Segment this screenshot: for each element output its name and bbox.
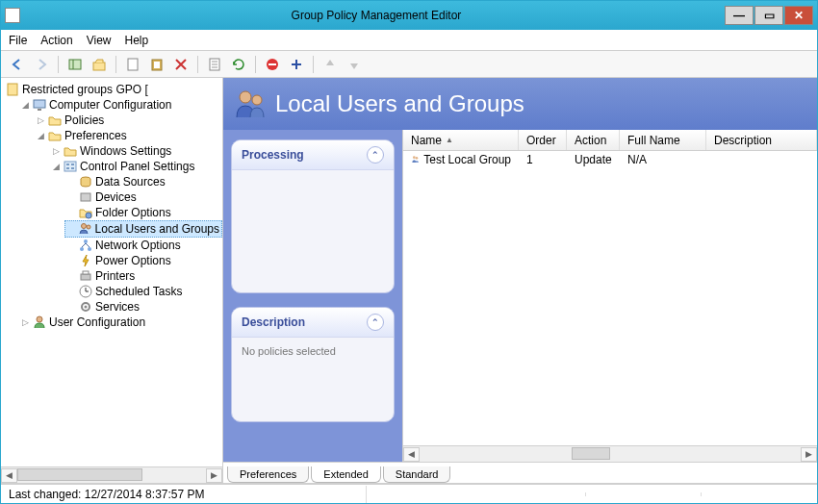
scroll-right-button[interactable]: ▶ bbox=[206, 468, 222, 483]
tree-preferences[interactable]: ◢ Preferences bbox=[34, 128, 222, 143]
device-icon bbox=[78, 189, 93, 205]
tree-label: Data Sources bbox=[95, 174, 166, 189]
add-button[interactable] bbox=[286, 54, 307, 75]
description-body: No policies selected bbox=[232, 338, 394, 365]
list-item[interactable]: Test Local Group 1 Update N/A bbox=[403, 151, 817, 168]
scroll-left-button[interactable]: ◀ bbox=[1, 468, 17, 483]
tree-local-users-groups[interactable]: Local Users and Groups bbox=[64, 220, 222, 238]
details-body: Processing ⌃ Description ⌃ No policies s… bbox=[223, 130, 817, 462]
tree-label: Services bbox=[95, 299, 140, 315]
column-order[interactable]: Order bbox=[519, 130, 567, 150]
svg-rect-19 bbox=[71, 164, 74, 165]
expand-icon[interactable]: ▷ bbox=[36, 115, 45, 125]
network-icon bbox=[78, 238, 93, 253]
datasource-icon bbox=[78, 174, 93, 189]
tree-control-panel[interactable]: ◢ Control Panel Settings bbox=[49, 159, 222, 174]
paste-button[interactable] bbox=[146, 54, 167, 75]
up-button[interactable] bbox=[89, 54, 110, 75]
svg-point-36 bbox=[85, 306, 88, 309]
tree-network-options[interactable]: Network Options bbox=[64, 238, 222, 253]
cut-button[interactable] bbox=[122, 54, 143, 75]
tree-user-config[interactable]: ▷ User Configuration bbox=[18, 315, 222, 330]
tree-root[interactable]: Restricted groups GPO [ bbox=[3, 82, 222, 97]
tree-label: Windows Settings bbox=[80, 143, 171, 159]
stop-button[interactable] bbox=[262, 54, 283, 75]
close-button[interactable]: ✕ bbox=[784, 6, 813, 25]
list-scrollbar[interactable]: ◀ ▶ bbox=[403, 445, 817, 462]
refresh-button[interactable] bbox=[228, 54, 249, 75]
column-name[interactable]: Name▲ bbox=[403, 130, 519, 150]
move-up-button[interactable] bbox=[320, 54, 341, 75]
tree-windows-settings[interactable]: ▷ Windows Settings bbox=[49, 143, 222, 159]
collapse-icon[interactable]: ◢ bbox=[20, 100, 30, 110]
tree-policies[interactable]: ▷ Policies bbox=[34, 113, 222, 128]
column-fullname[interactable]: Full Name bbox=[620, 130, 706, 150]
collapse-icon[interactable]: ⌃ bbox=[367, 314, 384, 331]
folder-icon bbox=[63, 143, 78, 159]
navigation-tree[interactable]: Restricted groups GPO [ ◢ Computer Confi… bbox=[1, 78, 222, 466]
back-button[interactable] bbox=[7, 54, 28, 75]
tab-standard[interactable]: Standard bbox=[383, 466, 451, 483]
minimize-button[interactable]: — bbox=[725, 6, 754, 25]
list-header: Name▲ Order Action Full Name Description bbox=[403, 130, 817, 151]
tree-scrollbar[interactable]: ◀ ▶ bbox=[1, 466, 222, 483]
tree-label: Folder Options bbox=[95, 205, 171, 220]
list-rows[interactable]: Test Local Group 1 Update N/A bbox=[403, 151, 817, 445]
collapse-icon[interactable]: ◢ bbox=[36, 131, 45, 140]
menu-help[interactable]: Help bbox=[125, 34, 149, 47]
tab-preferences[interactable]: Preferences bbox=[227, 466, 309, 483]
tree-folder-options[interactable]: Folder Options bbox=[64, 205, 222, 220]
move-down-button[interactable] bbox=[344, 54, 365, 75]
scroll-track[interactable] bbox=[420, 447, 801, 462]
tree-label: Devices bbox=[95, 189, 137, 205]
tree-printers[interactable]: Printers bbox=[64, 268, 222, 284]
tree-scheduled-tasks[interactable]: Scheduled Tasks bbox=[64, 284, 222, 299]
tree-label: Policies bbox=[64, 113, 104, 128]
forward-button[interactable] bbox=[31, 54, 52, 75]
properties-button[interactable] bbox=[204, 54, 225, 75]
tree-label: Printers bbox=[95, 268, 135, 284]
menu-file[interactable]: File bbox=[9, 34, 27, 47]
scroll-track[interactable] bbox=[17, 468, 206, 483]
delete-button[interactable] bbox=[170, 54, 192, 75]
tree-data-sources[interactable]: Data Sources bbox=[64, 174, 222, 189]
status-empty bbox=[702, 492, 817, 496]
svg-point-41 bbox=[416, 157, 419, 160]
tree-label: Power Options bbox=[95, 253, 171, 268]
banner-title: Local Users and Groups bbox=[275, 90, 524, 117]
sort-asc-icon: ▲ bbox=[446, 136, 453, 144]
processing-card-header[interactable]: Processing ⌃ bbox=[232, 140, 394, 170]
banner-users-icon bbox=[233, 87, 268, 121]
tree-computer-config[interactable]: ◢ Computer Configuration bbox=[18, 97, 222, 113]
expand-icon[interactable]: ▷ bbox=[20, 317, 30, 327]
collapse-icon[interactable]: ◢ bbox=[51, 162, 61, 171]
toolbar-separator bbox=[58, 56, 59, 73]
expand-icon[interactable]: ▷ bbox=[51, 146, 61, 156]
status-last-changed: Last changed: 12/27/2014 8:37:57 PM bbox=[1, 486, 367, 503]
collapse-icon[interactable]: ⌃ bbox=[367, 146, 384, 164]
menu-view[interactable]: View bbox=[87, 34, 112, 47]
svg-rect-18 bbox=[66, 164, 69, 165]
tree-devices[interactable]: Devices bbox=[64, 189, 222, 205]
extended-panel: Processing ⌃ Description ⌃ No policies s… bbox=[223, 130, 402, 462]
maximize-button[interactable]: ▭ bbox=[754, 6, 783, 25]
scroll-right-button[interactable]: ▶ bbox=[801, 447, 817, 462]
column-action[interactable]: Action bbox=[567, 130, 620, 150]
tree-power-options[interactable]: Power Options bbox=[64, 253, 222, 268]
tree-services[interactable]: Services bbox=[64, 299, 222, 315]
show-hide-tree-button[interactable] bbox=[64, 54, 86, 75]
tab-extended[interactable]: Extended bbox=[311, 466, 380, 483]
menu-action[interactable]: Action bbox=[40, 34, 72, 47]
app-icon bbox=[5, 8, 20, 23]
users-groups-icon bbox=[78, 221, 93, 237]
svg-point-28 bbox=[88, 247, 91, 251]
description-card-header[interactable]: Description ⌃ bbox=[232, 308, 394, 338]
view-tabs: Preferences Extended Standard bbox=[223, 462, 817, 483]
scroll-thumb[interactable] bbox=[17, 468, 142, 481]
svg-rect-15 bbox=[34, 100, 45, 108]
scroll-left-button[interactable]: ◀ bbox=[403, 447, 420, 462]
window-title: Group Policy Management Editor bbox=[28, 9, 725, 22]
details-pane: Local Users and Groups Processing ⌃ Desc… bbox=[223, 78, 817, 483]
scroll-thumb[interactable] bbox=[572, 447, 610, 460]
column-description[interactable]: Description bbox=[706, 130, 817, 150]
